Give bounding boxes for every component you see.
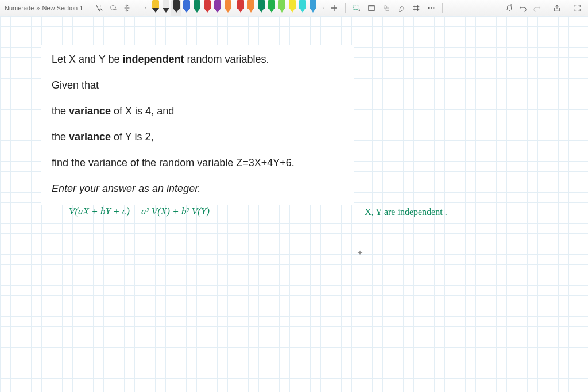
scroll-left-icon[interactable]: ‹ xyxy=(143,5,148,11)
problem-line-1: Let X and Y be independent random variab… xyxy=(52,52,344,67)
svg-text:1: 1 xyxy=(510,4,512,7)
handwriting-note: X, Y are independent . xyxy=(365,207,447,217)
scroll-right-icon[interactable]: › xyxy=(320,5,326,11)
problem-line-5: find the variance of the random variable… xyxy=(52,155,344,171)
fullscreen-icon[interactable] xyxy=(571,2,583,14)
redo-icon[interactable] xyxy=(531,2,543,14)
breadcrumb-sep: » xyxy=(36,5,40,11)
marker-pen-0[interactable] xyxy=(235,0,246,16)
handwriting-formula: V(aX + bY + c) = a² V(X) + b² V(Y) xyxy=(69,206,210,217)
shapes-icon[interactable] xyxy=(380,2,393,14)
fine-pen-4[interactable] xyxy=(192,0,202,16)
text-tools: I + xyxy=(93,2,133,14)
undo-icon[interactable] xyxy=(517,2,529,14)
svg-rect-4 xyxy=(369,5,375,10)
svg-point-10 xyxy=(433,7,434,8)
marker-pen-2[interactable] xyxy=(256,0,266,16)
fine-pen-1[interactable] xyxy=(161,0,171,16)
eraser-icon[interactable] xyxy=(395,2,408,14)
text-cursor-icon[interactable]: I xyxy=(93,2,106,14)
marker-pen-5[interactable] xyxy=(287,0,297,16)
problem-card: Let X and Y be independent random variab… xyxy=(41,45,354,205)
separator xyxy=(442,3,443,13)
fine-pen-6[interactable] xyxy=(212,0,223,16)
fine-pen-2[interactable] xyxy=(171,0,181,16)
cursor-crosshair-icon: ✦ xyxy=(357,249,363,257)
panel-icon[interactable] xyxy=(365,2,378,14)
top-toolbar: Numerade » New Section 1 I + ‹ › xyxy=(0,0,588,16)
marker-pen-7[interactable] xyxy=(308,0,318,16)
fine-pen-set xyxy=(150,0,233,16)
problem-line-4: the variance of Y is 2, xyxy=(52,129,344,145)
lasso-add-icon[interactable]: + xyxy=(107,2,119,14)
breadcrumb: Numerade » New Section 1 xyxy=(5,5,91,11)
right-toolbar: 1 xyxy=(503,2,583,14)
notification-icon[interactable]: 1 xyxy=(503,2,516,14)
marker-pen-set xyxy=(235,0,318,16)
fine-pen-7[interactable] xyxy=(223,0,233,16)
fine-pen-0[interactable] xyxy=(150,0,161,16)
problem-line-6: Enter your answer as an integer. xyxy=(52,181,344,197)
more-icon[interactable] xyxy=(425,2,438,14)
separator xyxy=(547,3,547,13)
problem-line-3: the variance of X is 4, and xyxy=(52,103,344,119)
marker-pen-3[interactable] xyxy=(266,0,277,16)
svg-text:+: + xyxy=(114,7,117,11)
svg-text:I: I xyxy=(100,4,101,7)
add-pen-icon[interactable] xyxy=(328,2,341,14)
marker-pen-4[interactable] xyxy=(277,0,287,16)
separator xyxy=(345,3,346,13)
separator xyxy=(138,3,138,13)
grid-icon[interactable] xyxy=(410,2,423,14)
marker-pen-1[interactable] xyxy=(246,0,256,16)
canvas-area[interactable]: Let X and Y be independent random variab… xyxy=(0,16,588,392)
problem-line-2: Given that xyxy=(52,78,344,93)
svg-point-8 xyxy=(428,7,430,8)
breadcrumb-section[interactable]: New Section 1 xyxy=(42,5,83,11)
marker-pen-6[interactable] xyxy=(297,0,308,16)
separator xyxy=(567,3,567,13)
fine-pen-3[interactable] xyxy=(181,0,192,16)
breadcrumb-app[interactable]: Numerade xyxy=(5,5,34,11)
select-icon[interactable] xyxy=(350,2,363,14)
svg-point-9 xyxy=(431,7,432,8)
fine-pen-5[interactable] xyxy=(202,0,212,16)
insert-space-icon[interactable] xyxy=(121,2,133,14)
share-icon[interactable] xyxy=(551,2,563,14)
